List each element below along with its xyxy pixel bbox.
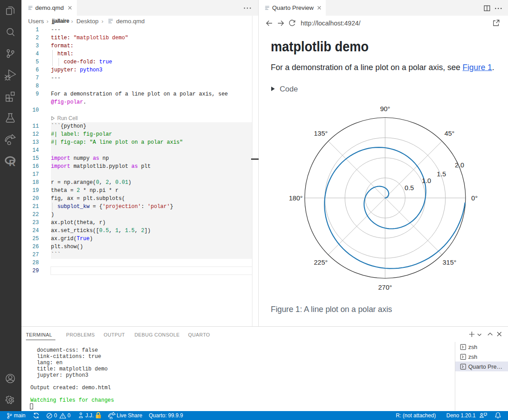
svg-text:0.5: 0.5: [405, 184, 414, 191]
svg-text:45°: 45°: [445, 129, 455, 137]
svg-text:2.0: 2.0: [455, 161, 464, 169]
svg-text:0°: 0°: [471, 194, 478, 202]
svg-text:225°: 225°: [314, 258, 327, 266]
svg-text:1.5: 1.5: [437, 170, 446, 178]
svg-text:1.0: 1.0: [422, 177, 431, 184]
svg-text:90°: 90°: [380, 105, 390, 112]
svg-text:180°: 180°: [289, 194, 302, 202]
svg-text:315°: 315°: [442, 258, 456, 266]
svg-text:135°: 135°: [314, 129, 327, 137]
svg-text:270°: 270°: [378, 283, 392, 291]
